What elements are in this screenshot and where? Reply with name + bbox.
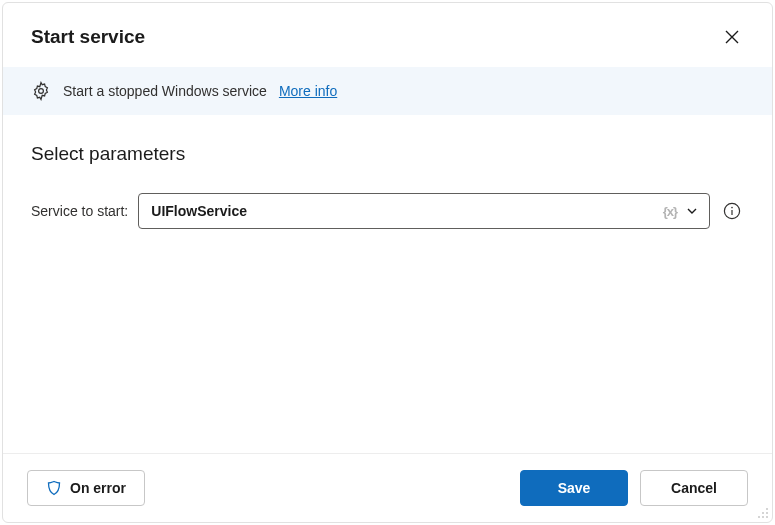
service-to-start-field: Service to start: UIFlowService {x} <box>31 193 744 229</box>
svg-point-5 <box>766 512 768 514</box>
close-icon <box>725 30 739 44</box>
svg-point-4 <box>762 512 764 514</box>
chevron-down-icon <box>685 204 699 218</box>
start-service-dialog: Start service Start a stopped Windows se… <box>2 2 773 523</box>
on-error-button[interactable]: On error <box>27 470 145 506</box>
section-title: Select parameters <box>31 143 744 165</box>
info-text: Start a stopped Windows service <box>63 83 267 99</box>
cancel-label: Cancel <box>671 480 717 496</box>
cancel-button[interactable]: Cancel <box>640 470 748 506</box>
shield-icon <box>46 480 62 496</box>
resize-grip-icon[interactable] <box>757 507 769 519</box>
on-error-label: On error <box>70 480 126 496</box>
svg-point-0 <box>39 89 44 94</box>
dialog-title: Start service <box>31 26 145 48</box>
dialog-header: Start service <box>3 3 772 67</box>
svg-point-7 <box>762 516 764 518</box>
field-label: Service to start: <box>31 203 128 219</box>
svg-point-6 <box>758 516 760 518</box>
combobox-value: UIFlowService <box>151 203 654 219</box>
info-icon <box>723 202 741 220</box>
right-button-group: Save Cancel <box>520 470 748 506</box>
gear-icon <box>31 81 51 101</box>
service-to-start-combobox[interactable]: UIFlowService {x} <box>138 193 710 229</box>
svg-point-3 <box>766 508 768 510</box>
dialog-body: Select parameters Service to start: UIFl… <box>3 115 772 453</box>
svg-point-2 <box>731 207 733 209</box>
dialog-footer: On error Save Cancel <box>3 453 772 522</box>
more-info-link[interactable]: More info <box>279 83 337 99</box>
save-label: Save <box>558 480 591 496</box>
variable-icon[interactable]: {x} <box>663 204 677 219</box>
save-button[interactable]: Save <box>520 470 628 506</box>
info-bar: Start a stopped Windows service More inf… <box>3 67 772 115</box>
field-info-button[interactable] <box>720 199 744 223</box>
svg-point-8 <box>766 516 768 518</box>
close-button[interactable] <box>716 21 748 53</box>
